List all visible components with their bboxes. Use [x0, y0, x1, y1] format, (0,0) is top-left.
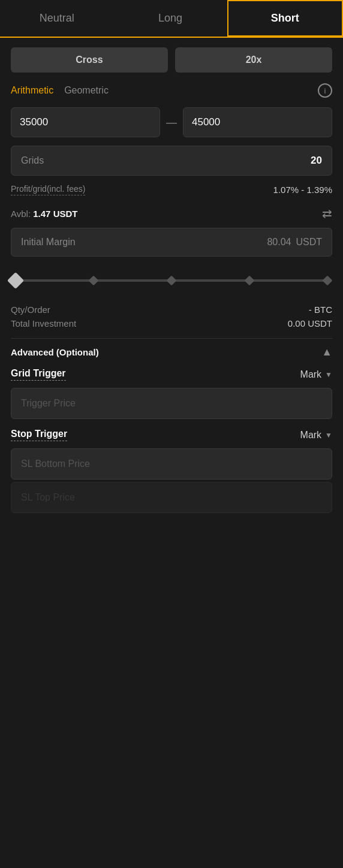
- cross-button[interactable]: Cross: [11, 47, 168, 73]
- total-investment-value: 0.00 USDT: [288, 318, 332, 328]
- transfer-icon[interactable]: ⇄: [322, 206, 332, 221]
- upper-price-input[interactable]: [183, 107, 332, 137]
- tab-short[interactable]: Short: [227, 0, 343, 37]
- main-content: Cross 20x Arithmetic Geometric i — Grids…: [0, 38, 343, 525]
- qty-order-label: Qty/Order: [11, 305, 50, 315]
- lower-price-input[interactable]: [11, 107, 160, 137]
- margin-leverage-row: Cross 20x: [11, 47, 332, 73]
- divider: [11, 338, 332, 339]
- sl-top-price-placeholder: SL Top Price: [21, 492, 75, 502]
- sl-bottom-price-input[interactable]: SL Bottom Price: [11, 448, 332, 480]
- grid-trigger-label: Grid Trigger: [11, 368, 66, 381]
- geometric-option[interactable]: Geometric: [64, 85, 109, 96]
- tab-row: Neutral Long Short: [0, 0, 343, 38]
- initial-margin-right: 80.04 USDT: [267, 237, 322, 248]
- total-investment-label: Total Investment: [11, 318, 76, 328]
- stop-trigger-select[interactable]: Mark ▼: [300, 430, 332, 441]
- slider-thumb[interactable]: [7, 272, 24, 289]
- advanced-title: Advanced (Optional): [11, 347, 99, 357]
- initial-margin-amount: 80.04: [267, 237, 291, 248]
- grids-label: Grids: [21, 155, 44, 166]
- grids-value: 20: [311, 155, 322, 167]
- qty-order-value: - BTC: [309, 305, 332, 315]
- info-icon[interactable]: i: [318, 83, 332, 98]
- grid-trigger-arrow: ▼: [325, 370, 332, 379]
- stop-trigger-value: Mark: [300, 430, 322, 441]
- qty-order-row: Qty/Order - BTC: [11, 305, 332, 315]
- initial-margin-currency: USDT: [296, 237, 322, 248]
- avbl-label: Avbl: 1.47 USDT: [11, 209, 77, 219]
- trigger-price-input[interactable]: Trigger Price: [11, 388, 332, 419]
- arithmetic-option[interactable]: Arithmetic: [11, 85, 53, 96]
- sl-top-price-input[interactable]: SL Top Price: [11, 482, 332, 513]
- price-mode-row: Arithmetic Geometric i: [11, 83, 332, 98]
- grid-trigger-value: Mark: [300, 369, 322, 380]
- slider-dot-50: [167, 276, 177, 286]
- slider-dot-25: [89, 276, 99, 286]
- profit-grid-row: Profit/grid(incl. fees) 1.07% - 1.39%: [11, 184, 332, 195]
- grids-row: Grids 20: [11, 146, 332, 176]
- stats-section: Qty/Order - BTC Total Investment 0.00 US…: [11, 305, 332, 328]
- avbl-currency-value: USDT: [53, 209, 78, 219]
- stop-trigger-row: Stop Trigger Mark ▼: [11, 429, 332, 441]
- leverage-button[interactable]: 20x: [175, 47, 332, 73]
- avbl-row: Avbl: 1.47 USDT ⇄: [11, 206, 332, 221]
- total-investment-row: Total Investment 0.00 USDT: [11, 318, 332, 328]
- investment-slider[interactable]: [11, 267, 332, 294]
- stop-trigger-arrow: ▼: [325, 431, 332, 439]
- avbl-amount-value: 1.47: [33, 209, 50, 219]
- grid-trigger-row: Grid Trigger Mark ▼: [11, 368, 332, 381]
- profit-grid-label: Profit/grid(incl. fees): [11, 184, 85, 195]
- profit-grid-value: 1.07% - 1.39%: [273, 185, 332, 195]
- advanced-header[interactable]: Advanced (Optional) ▲: [11, 346, 332, 358]
- sl-bottom-price-placeholder: SL Bottom Price: [21, 459, 90, 469]
- trigger-price-placeholder: Trigger Price: [21, 398, 76, 408]
- tab-long[interactable]: Long: [113, 0, 227, 37]
- slider-dot-75: [245, 276, 255, 286]
- price-dash: —: [166, 116, 177, 129]
- slider-track: [16, 279, 327, 282]
- slider-dot-100: [323, 276, 333, 286]
- tab-neutral[interactable]: Neutral: [0, 0, 113, 37]
- chevron-up-icon: ▲: [321, 346, 332, 358]
- initial-margin-label: Initial Margin: [21, 237, 76, 248]
- stop-trigger-label: Stop Trigger: [11, 429, 67, 441]
- initial-margin-row[interactable]: Initial Margin 80.04 USDT: [11, 228, 332, 257]
- grid-trigger-select[interactable]: Mark ▼: [300, 369, 332, 380]
- price-range-row: —: [11, 107, 332, 137]
